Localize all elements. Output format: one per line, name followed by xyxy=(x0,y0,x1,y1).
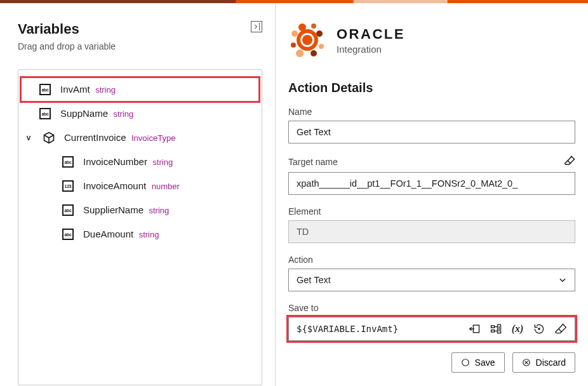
svg-rect-12 xyxy=(491,330,495,332)
svg-point-4 xyxy=(302,35,312,45)
string-type-icon: abc xyxy=(39,83,51,96)
variable-invamt[interactable]: abc InvAmt string xyxy=(21,77,259,102)
variable-invoiceamount[interactable]: 123 InvoiceAmount number xyxy=(21,174,259,198)
svg-point-14 xyxy=(538,328,540,330)
svg-point-9 xyxy=(319,44,324,49)
oracle-integration-logo-icon xyxy=(288,21,326,59)
action-select[interactable]: Get Text xyxy=(288,269,575,291)
saveto-label: Save to xyxy=(288,303,575,313)
action-name-input[interactable] xyxy=(288,121,575,143)
variables-tree: abc InvAmt string abc SuppName string v xyxy=(18,69,262,385)
variables-subtitle: Drag and drop a variable xyxy=(18,41,116,51)
svg-point-5 xyxy=(291,30,298,37)
collapse-panel-icon[interactable] xyxy=(251,21,262,32)
brand-product: Integration xyxy=(337,44,405,55)
variable-type: string xyxy=(152,157,173,167)
svg-point-8 xyxy=(311,50,317,57)
variable-name: CurrentInvoice xyxy=(64,132,126,143)
variable-dueamount[interactable]: abc DueAmount string xyxy=(21,222,259,246)
string-type-icon: abc xyxy=(62,204,74,216)
variable-name: InvoiceAmount xyxy=(83,180,146,191)
string-type-icon: abc xyxy=(39,107,51,120)
action-label: Action xyxy=(288,255,575,265)
discard-button[interactable]: Discard xyxy=(512,352,575,373)
action-details-heading: Action Details xyxy=(288,81,575,95)
variable-invoicenumber[interactable]: abc InvoiceNumber string xyxy=(21,150,259,174)
variable-name: SupplierName xyxy=(83,204,144,215)
variable-type: string xyxy=(95,85,116,95)
variable-type: string xyxy=(149,206,170,215)
variable-type: InvoiceType xyxy=(131,133,175,143)
variable-suppliername[interactable]: abc SupplierName string xyxy=(21,198,259,222)
data-mapper-icon[interactable] xyxy=(490,323,502,335)
target-name-input[interactable] xyxy=(288,172,575,195)
target-name-label: Target name xyxy=(288,157,338,167)
variable-name: InvoiceNumber xyxy=(83,156,147,167)
insert-variable-icon[interactable] xyxy=(468,323,481,335)
brand-name: ORACLE xyxy=(337,26,405,43)
element-display xyxy=(288,220,575,243)
variable-suppname[interactable]: abc SuppName string xyxy=(21,102,259,126)
svg-rect-11 xyxy=(491,326,495,328)
save-button-label: Save xyxy=(475,357,495,368)
saveto-input-row[interactable]: ${$VARIABLE.InvAmt} (x) xyxy=(288,317,575,341)
variables-panel: Variables Drag and drop a variable abc I… xyxy=(0,3,276,386)
variable-type: number xyxy=(152,182,180,191)
chevron-down-icon xyxy=(558,276,567,284)
string-type-icon: abc xyxy=(62,156,74,168)
action-select-value: Get Text xyxy=(297,275,331,285)
action-details-panel: ORACLE Integration Action Details Name T… xyxy=(276,3,588,386)
object-type-icon xyxy=(43,131,55,144)
clear-saveto-icon[interactable] xyxy=(554,323,567,335)
variable-type: string xyxy=(139,230,159,239)
number-type-icon: 123 xyxy=(62,180,74,192)
svg-point-15 xyxy=(462,359,469,366)
element-label: Element xyxy=(288,206,575,216)
svg-point-6 xyxy=(291,43,296,48)
svg-point-1 xyxy=(311,23,316,29)
brand-header: ORACLE Integration xyxy=(288,21,575,59)
variable-type: string xyxy=(114,109,134,119)
name-label: Name xyxy=(288,107,575,117)
variable-name: InvAmt xyxy=(60,84,90,95)
variables-title: Variables xyxy=(18,21,116,37)
variable-currentinvoice[interactable]: v CurrentInvoice InvoiceType xyxy=(21,126,259,150)
variable-name: SuppName xyxy=(60,108,108,119)
discard-button-label: Discard xyxy=(536,357,566,368)
save-button[interactable]: Save xyxy=(451,352,505,373)
expression-function-icon[interactable]: (x) xyxy=(511,323,524,335)
tree-expand-toggle-icon[interactable]: v xyxy=(23,133,34,142)
clear-target-icon[interactable] xyxy=(564,155,575,168)
refresh-icon[interactable] xyxy=(533,323,545,335)
saveto-value: ${$VARIABLE.InvAmt} xyxy=(297,324,463,334)
variable-name: DueAmount xyxy=(83,229,133,239)
svg-point-7 xyxy=(296,50,304,57)
string-type-icon: abc xyxy=(62,228,74,241)
